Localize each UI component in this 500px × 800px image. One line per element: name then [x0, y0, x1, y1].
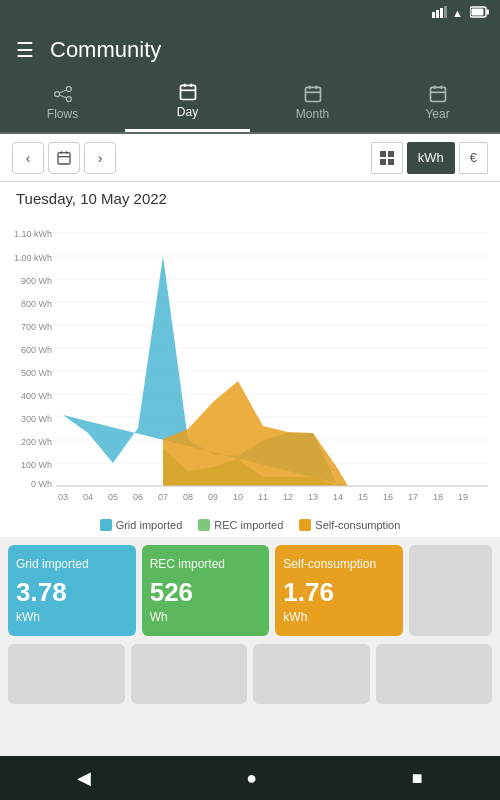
year-icon: [428, 84, 448, 104]
svg-text:▲: ▲: [452, 7, 463, 18]
svg-line-11: [59, 90, 66, 93]
grid-icon: [379, 150, 395, 166]
svg-text:12: 12: [283, 492, 293, 502]
hamburger-icon[interactable]: ☰: [16, 38, 34, 62]
stat-label-grid: Grid imported: [16, 557, 89, 571]
home-button[interactable]: ●: [238, 760, 265, 797]
legend-label-grid: Grid imported: [116, 519, 183, 531]
chevron-left-icon: ‹: [26, 150, 31, 166]
euro-button[interactable]: €: [459, 142, 488, 174]
svg-text:600 Wh: 600 Wh: [21, 345, 52, 355]
chevron-right-icon: ›: [98, 150, 103, 166]
wifi-icon: ▲: [452, 6, 466, 18]
grid-view-button[interactable]: [371, 142, 403, 174]
svg-point-9: [66, 86, 71, 91]
svg-rect-0: [432, 12, 435, 18]
tab-month-label: Month: [296, 107, 329, 121]
svg-text:04: 04: [83, 492, 93, 502]
calendar-icon: [56, 150, 72, 166]
legend-dot-rec: [198, 519, 210, 531]
svg-text:400 Wh: 400 Wh: [21, 391, 52, 401]
svg-rect-7: [472, 9, 484, 16]
svg-text:100 Wh: 100 Wh: [21, 460, 52, 470]
next-button[interactable]: ›: [84, 142, 116, 174]
battery-icon: [470, 6, 490, 18]
date-label: Tuesday, 10 May 2022: [0, 182, 500, 211]
svg-text:500 Wh: 500 Wh: [21, 368, 52, 378]
tab-flows-label: Flows: [47, 107, 78, 121]
stat-label-rec: REC imported: [150, 557, 225, 571]
svg-text:700 Wh: 700 Wh: [21, 322, 52, 332]
legend-label-rec: REC imported: [214, 519, 283, 531]
svg-text:14: 14: [333, 492, 343, 502]
kwh-button[interactable]: kWh: [407, 142, 455, 174]
svg-rect-13: [180, 85, 195, 99]
back-button[interactable]: ◀: [69, 759, 99, 797]
stat-card-self-consumption: Self-consumption 1.76 kWh: [275, 545, 403, 636]
svg-rect-1: [436, 10, 439, 18]
svg-rect-29: [380, 151, 386, 157]
svg-text:1.00 kWh: 1.00 kWh: [14, 253, 52, 263]
svg-text:16: 16: [383, 492, 393, 502]
bottom-card-3: [253, 644, 370, 704]
svg-text:08: 08: [183, 492, 193, 502]
svg-text:03: 03: [58, 492, 68, 502]
energy-chart: 1.10 kWh 1.00 kWh 900 Wh 800 Wh 700 Wh 6…: [8, 219, 492, 509]
svg-text:06: 06: [133, 492, 143, 502]
svg-rect-21: [430, 87, 445, 101]
svg-rect-17: [305, 87, 320, 101]
legend-rec-imported: REC imported: [198, 519, 283, 531]
svg-text:09: 09: [208, 492, 218, 502]
stat-value-grid: 3.78: [16, 577, 67, 608]
flows-icon: [53, 84, 73, 104]
svg-rect-30: [388, 151, 394, 157]
svg-text:300 Wh: 300 Wh: [21, 414, 52, 424]
stat-card-empty: [409, 545, 492, 636]
tab-day[interactable]: Day: [125, 76, 250, 132]
tab-month[interactable]: Month: [250, 76, 375, 132]
svg-rect-3: [444, 6, 447, 18]
svg-rect-25: [58, 152, 70, 163]
svg-point-8: [54, 91, 59, 96]
stat-card-grid-imported: Grid imported 3.78 kWh: [8, 545, 136, 636]
bottom-row: [0, 644, 500, 712]
tab-year[interactable]: Year: [375, 76, 500, 132]
prev-button[interactable]: ‹: [12, 142, 44, 174]
svg-text:13: 13: [308, 492, 318, 502]
app-title: Community: [50, 37, 161, 63]
svg-text:05: 05: [108, 492, 118, 502]
svg-text:19: 19: [458, 492, 468, 502]
bottom-card-4: [376, 644, 493, 704]
legend-dot-grid: [100, 519, 112, 531]
svg-text:17: 17: [408, 492, 418, 502]
stat-card-rec-imported: REC imported 526 Wh: [142, 545, 270, 636]
svg-text:0 Wh: 0 Wh: [31, 479, 52, 489]
signal-icon: [432, 6, 448, 18]
svg-rect-6: [487, 10, 490, 15]
status-bar: ▲: [0, 0, 500, 24]
stat-label-self: Self-consumption: [283, 557, 376, 571]
svg-text:15: 15: [358, 492, 368, 502]
chart-container: 1.10 kWh 1.00 kWh 900 Wh 800 Wh 700 Wh 6…: [0, 211, 500, 513]
legend-dot-self: [299, 519, 311, 531]
svg-text:11: 11: [258, 492, 268, 502]
svg-marker-76: [163, 381, 348, 486]
legend-self-consumption: Self-consumption: [299, 519, 400, 531]
recents-button[interactable]: ■: [404, 760, 431, 797]
bottom-card-2: [131, 644, 248, 704]
tab-year-label: Year: [425, 107, 449, 121]
month-icon: [303, 84, 323, 104]
stat-value-self: 1.76: [283, 577, 334, 608]
calendar-button[interactable]: [48, 142, 80, 174]
svg-rect-32: [388, 159, 394, 165]
svg-text:18: 18: [433, 492, 443, 502]
header: ☰ Community: [0, 24, 500, 76]
stats-row: Grid imported 3.78 kWh REC imported 526 …: [0, 537, 500, 644]
tab-day-label: Day: [177, 105, 198, 119]
stat-unit-rec: Wh: [150, 610, 168, 624]
nav-right: kWh €: [371, 142, 488, 174]
nav-bar: ‹ › kWh €: [0, 134, 500, 182]
android-nav: ◀ ● ■: [0, 756, 500, 800]
tab-flows[interactable]: Flows: [0, 76, 125, 132]
day-icon: [178, 82, 198, 102]
